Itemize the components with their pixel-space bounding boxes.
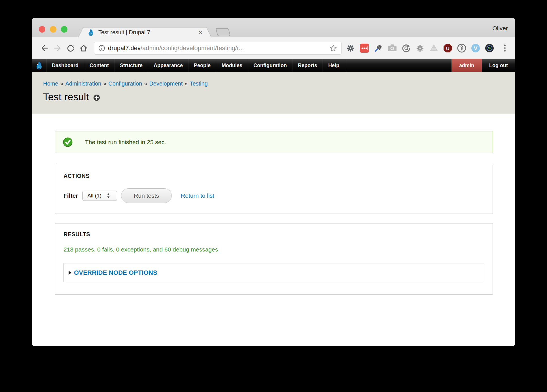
run-tests-button[interactable]: Run tests (121, 188, 172, 203)
tab-strip: Test result | Drupal 7 × Oliver (32, 18, 515, 37)
page-content: The test run finished in 25 sec. ACTIONS… (32, 114, 515, 346)
status-message: The test run finished in 25 sec. (55, 131, 493, 153)
browser-menu-icon[interactable] (501, 43, 509, 53)
breadcrumb-separator: » (183, 80, 190, 87)
success-check-icon (63, 137, 73, 147)
svg-text:U: U (446, 46, 450, 51)
reload-button[interactable] (64, 42, 77, 55)
add-shortcut-icon[interactable] (93, 94, 100, 101)
breadcrumb-testing[interactable]: Testing (190, 80, 207, 87)
camera-icon[interactable] (387, 43, 397, 53)
nav-item-configuration[interactable]: Configuration (248, 59, 292, 72)
breadcrumb-home[interactable]: Home (43, 80, 58, 87)
minimize-button[interactable] (50, 26, 56, 33)
drive-triangle-icon[interactable] (429, 43, 439, 53)
ublock-u-icon[interactable]: U (443, 43, 453, 53)
key-circle-icon[interactable] (457, 43, 467, 53)
gear2-icon[interactable] (415, 43, 425, 53)
nav-item-content[interactable]: Content (84, 59, 115, 72)
browser-window: Test result | Drupal 7 × Oliver drupal7 (32, 18, 515, 346)
filter-label: Filter (63, 192, 78, 199)
refresh-search-icon[interactable] (401, 43, 411, 53)
nav-item-modules[interactable]: Modules (216, 59, 248, 72)
nav-item-appearance[interactable]: Appearance (148, 59, 188, 72)
drupal-favicon-icon (87, 29, 95, 36)
drupal-logo-icon[interactable] (32, 59, 46, 72)
tab-close-icon[interactable]: × (199, 29, 203, 36)
url-path: /admin/config/development/testing/r... (141, 44, 244, 52)
extensions-area: U V (345, 43, 509, 53)
admin-user-button[interactable]: admin (451, 59, 482, 72)
gear-icon[interactable] (345, 43, 356, 53)
status-message-text: The test run finished in 25 sec. (85, 139, 166, 146)
breadcrumb: Home»Administration»Configuration»Develo… (43, 80, 515, 87)
address-bar[interactable]: drupal7.dev /admin/config/development/te… (94, 42, 342, 55)
camera-lens-icon[interactable] (484, 43, 495, 53)
password-dots-icon[interactable] (359, 43, 370, 53)
zoom-button[interactable] (61, 26, 67, 33)
site-info-icon[interactable] (98, 45, 105, 52)
actions-legend: ACTIONS (63, 173, 484, 179)
nav-item-dashboard[interactable]: Dashboard (46, 59, 84, 72)
drupal-admin-toolbar: Dashboard Content Structure Appearance P… (32, 59, 515, 72)
tab-title: Test result | Drupal 7 (98, 29, 150, 36)
breadcrumb-development[interactable]: Development (149, 80, 183, 87)
browser-toolbar: drupal7.dev /admin/config/development/te… (32, 37, 515, 59)
window-controls (39, 26, 67, 33)
home-button[interactable] (77, 42, 90, 55)
filter-select-value: All (1) (87, 193, 101, 199)
results-fieldset: RESULTS 213 passes, 0 fails, 0 exception… (55, 223, 493, 295)
nav-item-people[interactable]: People (188, 59, 216, 72)
breadcrumb-separator: » (101, 80, 108, 87)
url-host: drupal7.dev (108, 44, 141, 52)
vimium-v-icon[interactable]: V (470, 43, 481, 53)
results-summary: 213 passes, 0 fails, 0 exceptions, and 6… (63, 246, 484, 253)
override-node-options-toggle[interactable]: OVERRIDE NODE OPTIONS (74, 269, 157, 276)
results-legend: RESULTS (63, 231, 484, 238)
logout-button[interactable]: Log out (482, 59, 515, 72)
new-tab-button[interactable] (215, 28, 230, 36)
forward-button[interactable] (51, 42, 64, 55)
svg-text:V: V (474, 45, 478, 51)
actions-fieldset: ACTIONS Filter All (1) Run tests Return … (55, 165, 493, 214)
close-button[interactable] (39, 26, 45, 33)
select-arrows-icon (107, 193, 110, 199)
bookmark-star-icon[interactable] (329, 44, 337, 52)
nav-item-reports[interactable]: Reports (292, 59, 323, 72)
page-title: Test result (43, 91, 89, 103)
browser-tab[interactable]: Test result | Drupal 7 × (78, 27, 211, 37)
breadcrumb-separator: » (58, 80, 65, 87)
nav-item-structure[interactable]: Structure (115, 59, 148, 72)
collapsed-fieldset: OVERRIDE NODE OPTIONS (63, 263, 484, 282)
breadcrumb-administration[interactable]: Administration (65, 80, 101, 87)
breadcrumb-separator: » (142, 80, 149, 87)
filter-select[interactable]: All (1) (82, 191, 117, 201)
breadcrumb-configuration[interactable]: Configuration (108, 80, 142, 87)
eyedropper-icon[interactable] (373, 43, 383, 53)
profile-button[interactable]: Oliver (492, 25, 508, 32)
expand-arrow-icon (69, 271, 71, 275)
return-to-list-link[interactable]: Return to list (181, 192, 214, 199)
page-header: Home»Administration»Configuration»Develo… (32, 72, 515, 114)
nav-item-help[interactable]: Help (323, 59, 345, 72)
back-button[interactable] (38, 42, 51, 55)
